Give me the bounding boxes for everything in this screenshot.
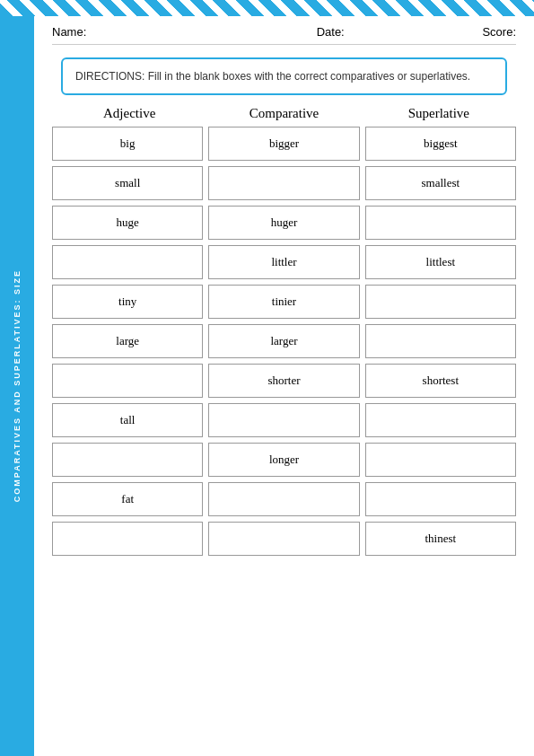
- cell-adjective-2: huge: [52, 206, 203, 240]
- cell-superlative-4[interactable]: [365, 285, 516, 319]
- col-header-adjective: Adjective: [52, 106, 206, 121]
- cell-adjective-3[interactable]: [52, 245, 203, 279]
- cell-comparative-5: larger: [208, 324, 359, 358]
- sidebar-label: COMPARATIVES AND SUPERLATIVES: SIZE: [13, 269, 22, 502]
- cell-superlative-3: littlest: [365, 245, 516, 279]
- table-row: tinytinier: [52, 285, 516, 319]
- table-row: longer: [52, 443, 516, 477]
- directions-box: DIRECTIONS: Fill in the blank boxes with…: [61, 57, 507, 95]
- cell-adjective-10[interactable]: [52, 522, 203, 556]
- cell-comparative-2: huger: [208, 206, 359, 240]
- cell-comparative-0: bigger: [208, 127, 359, 161]
- column-headers: Adjective Comparative Superlative: [52, 106, 516, 121]
- table-row: bigbiggerbiggest: [52, 127, 516, 161]
- cell-superlative-0: biggest: [365, 127, 516, 161]
- top-bar: Name: Date: Score:: [52, 16, 516, 45]
- cell-superlative-6: shortest: [365, 364, 516, 398]
- header-stripe: [0, 0, 534, 16]
- table-row: largelarger: [52, 324, 516, 358]
- table-row: smallsmallest: [52, 166, 516, 200]
- cell-superlative-5[interactable]: [365, 324, 516, 358]
- cell-adjective-8[interactable]: [52, 443, 203, 477]
- word-table: bigbiggerbiggestsmallsmallesthugehugerli…: [52, 127, 516, 556]
- table-row: fat: [52, 482, 516, 516]
- cell-comparative-6: shorter: [208, 364, 359, 398]
- cell-adjective-7: tall: [52, 403, 203, 437]
- cell-comparative-8: longer: [208, 443, 359, 477]
- cell-superlative-9[interactable]: [365, 482, 516, 516]
- cell-superlative-10: thinest: [365, 522, 516, 556]
- col-header-comparative: Comparative: [206, 106, 361, 121]
- cell-adjective-9: fat: [52, 482, 203, 516]
- cell-adjective-6[interactable]: [52, 364, 203, 398]
- date-label: Date:: [238, 25, 424, 39]
- cell-comparative-1[interactable]: [208, 166, 359, 200]
- cell-adjective-5: large: [52, 324, 203, 358]
- cell-superlative-7[interactable]: [365, 403, 516, 437]
- directions-text: DIRECTIONS: Fill in the blank boxes with…: [75, 70, 470, 83]
- cell-adjective-4: tiny: [52, 285, 203, 319]
- cell-comparative-9[interactable]: [208, 482, 359, 516]
- table-row: tall: [52, 403, 516, 437]
- table-row: thinest: [52, 522, 516, 556]
- cell-superlative-2[interactable]: [365, 206, 516, 240]
- sidebar: COMPARATIVES AND SUPERLATIVES: SIZE: [0, 16, 34, 756]
- table-row: hugehuger: [52, 206, 516, 240]
- name-label: Name:: [52, 25, 238, 39]
- table-row: shortershortest: [52, 364, 516, 398]
- cell-comparative-4: tinier: [208, 285, 359, 319]
- cell-comparative-3: littler: [208, 245, 359, 279]
- cell-adjective-0: big: [52, 127, 203, 161]
- main-content: Name: Date: Score: DIRECTIONS: Fill in t…: [34, 16, 534, 756]
- cell-superlative-1: smallest: [365, 166, 516, 200]
- score-label: Score:: [424, 25, 516, 39]
- col-header-superlative: Superlative: [362, 106, 516, 121]
- cell-comparative-10[interactable]: [208, 522, 359, 556]
- cell-comparative-7[interactable]: [208, 403, 359, 437]
- cell-superlative-8[interactable]: [365, 443, 516, 477]
- cell-adjective-1: small: [52, 166, 203, 200]
- table-row: littlerlittlest: [52, 245, 516, 279]
